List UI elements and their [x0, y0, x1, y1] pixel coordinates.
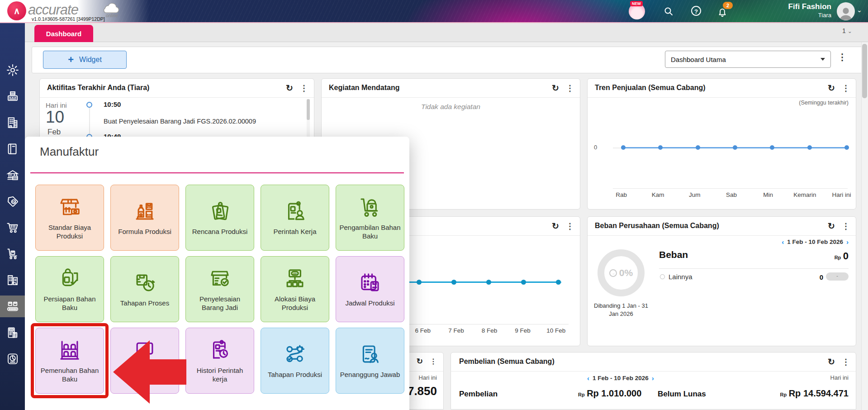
sidebar-item-cash-register[interactable]	[0, 85, 25, 108]
tile-pemenuhan-bahan-baku[interactable]: Pemenuhan Bahan Baku	[35, 328, 104, 394]
refresh-icon[interactable]: ↻	[552, 221, 559, 231]
accurate-logo-icon[interactable]: ∧	[7, 1, 26, 20]
refresh-icon[interactable]: ↻	[552, 83, 559, 93]
kebab-icon[interactable]: ⋮	[566, 83, 574, 93]
finished-goods-check-icon	[208, 267, 232, 291]
add-widget-button[interactable]: + Widget	[43, 51, 127, 69]
legend-row[interactable]: Lainnya	[660, 273, 693, 281]
pembelian-row-label: Pembelian	[459, 390, 498, 399]
x-axis-line	[613, 188, 848, 189]
sidebar-item-manufacturing[interactable]	[0, 295, 25, 318]
sidebar-item-assets[interactable]	[0, 268, 25, 292]
kebab-icon[interactable]: ⋮	[566, 221, 574, 231]
search-icon[interactable]	[663, 6, 674, 17]
tile-jadwal-produksi[interactable]: Jadwal Produksi	[336, 256, 404, 322]
work-order-person-icon	[283, 199, 307, 224]
select-chevron-icon	[821, 58, 825, 61]
sidebar-item-sales-price[interactable]	[0, 190, 25, 213]
manufacturing-conveyor-icon	[6, 300, 19, 313]
amount-value: Rp 1.010.000	[587, 388, 641, 398]
tile-persiapan-bahan-baku[interactable]: Persiapan Bahan Baku	[35, 256, 104, 322]
tile-label: Pemenuhan Bahan Baku	[38, 367, 101, 384]
chevron-right-icon[interactable]: ›	[846, 238, 849, 246]
kebab-icon[interactable]: ⋮	[842, 83, 850, 93]
bank-icon	[6, 168, 19, 182]
kebab-icon[interactable]: ⋮	[842, 221, 850, 231]
sidebar-item-settings[interactable]	[0, 58, 25, 82]
donut-arrow-icon: →	[609, 269, 617, 277]
tile-tahapan-proses[interactable]: Tahapan Proses	[110, 256, 179, 322]
top-header: ∧ accurate online v1.0.1#3605-587261 [34…	[0, 0, 868, 23]
sidebar-item-inventory[interactable]	[0, 242, 25, 266]
dashboard-options-kebab-icon[interactable]: ⋮	[838, 52, 847, 62]
dashboard-select-value: Dashboard Utama	[671, 56, 726, 63]
kebab-icon[interactable]: ⋮	[300, 83, 308, 93]
new-badge: NEW	[630, 1, 643, 6]
data-point	[556, 280, 561, 285]
refresh-icon[interactable]: ↻	[417, 357, 423, 366]
cash-register-icon	[6, 90, 19, 103]
chevron-left-icon[interactable]: ‹	[782, 238, 784, 246]
tile-formula-produksi[interactable]: Formula Produksi	[110, 185, 179, 251]
cost-allocation-icon	[283, 267, 307, 291]
refresh-icon[interactable]: ↻	[286, 83, 293, 93]
notification-badge[interactable]: 2	[723, 2, 733, 9]
timeline-dot	[86, 102, 92, 108]
tile-label: Histori Perintah kerja	[189, 367, 251, 384]
y-axis-tick: 0	[594, 144, 597, 151]
tile-rencana-produksi[interactable]: Rencana Produksi	[185, 185, 254, 251]
tile-alokasi-biaya-produksi[interactable]: Alokasi Biaya Produksi	[261, 256, 329, 322]
tile-histori-perintah-kerja[interactable]: Histori Perintah kerja	[185, 328, 254, 394]
tab-pager[interactable]: 1⌄	[842, 27, 852, 34]
package-cost-icon	[57, 195, 82, 219]
card-title: Tren Penjualan (Semua Cabang)	[595, 84, 706, 92]
activity-event-text[interactable]: Buat Penyelesaian Barang Jadi FGS.2026.0…	[104, 118, 307, 125]
sidebar-item-company[interactable]	[0, 111, 25, 134]
refresh-icon[interactable]: ↻	[828, 357, 835, 367]
partial-value: 7.850	[408, 384, 437, 398]
sidebar-item-tax[interactable]	[0, 321, 25, 344]
tile-label: Rencana Produksi	[192, 228, 248, 236]
tile-standar-biaya-produksi[interactable]: Standar Biaya Produksi	[35, 185, 104, 251]
popup-title-divider	[30, 172, 404, 173]
card-scrollbar-thumb[interactable]	[307, 99, 310, 120]
currency-label: Rp	[780, 392, 787, 397]
page-scrollbar-thumb[interactable]	[862, 44, 867, 98]
tile-penanggung-jawab[interactable]: Penanggung Jawab	[336, 328, 404, 394]
period-nav: ‹ 1 Feb - 10 Feb 2026 ›	[782, 238, 849, 246]
journal-book-icon	[6, 142, 19, 156]
sidebar-item-purchases[interactable]	[0, 216, 25, 239]
formula-shelf-icon	[133, 199, 157, 224]
kebab-icon[interactable]: ⋮	[430, 357, 437, 366]
tile-pengambilan-bahan-baku[interactable]: Pengambilan Bahan Baku	[336, 185, 404, 251]
tile-label: Perintah Kerja	[273, 228, 316, 236]
activity-event-time: 10:50	[104, 100, 121, 108]
calendar-icon	[358, 271, 382, 295]
chevron-left-icon[interactable]: ‹	[587, 374, 589, 382]
tile-label: Penanggung Jawab	[340, 371, 400, 379]
chevron-right-icon[interactable]: ›	[652, 374, 654, 382]
material-prep-check-icon	[57, 267, 82, 291]
period-nav: ‹ 1 Feb - 10 Feb 2026 ›	[587, 374, 654, 382]
tile-perintah-kerja[interactable]: Perintah Kerja	[261, 185, 329, 251]
tile-label: Pengambilan Bahan Baku	[339, 224, 401, 241]
tab-dashboard[interactable]: Dashboard	[34, 25, 93, 42]
x-axis-labels: RabKamJumSabMinKemarinHari ini	[603, 191, 860, 198]
tile-label: Standar Biaya Produksi	[38, 224, 101, 241]
sidebar-item-reports[interactable]	[0, 347, 25, 371]
dashboard-select[interactable]: Dashboard Utama	[665, 51, 831, 68]
tile-tahapan-produksi[interactable]: Tahapan Produksi	[261, 328, 329, 394]
user-branch: Tiara	[751, 12, 831, 19]
user-menu-chevron-icon[interactable]: ⌄	[857, 6, 862, 14]
kebab-icon[interactable]: ⋮	[842, 357, 850, 367]
sidebar-item-bank[interactable]	[0, 163, 25, 187]
refresh-icon[interactable]: ↻	[828, 221, 835, 231]
help-icon[interactable]: ?	[691, 6, 701, 16]
sidebar-item-journal[interactable]	[0, 137, 25, 161]
refresh-icon[interactable]: ↻	[828, 83, 835, 93]
compare-text: Dibanding 1 Jan - 31 Jan 2026	[594, 302, 648, 318]
user-avatar[interactable]	[837, 2, 855, 20]
settings-gear-icon	[6, 63, 19, 77]
card-title-divider	[588, 235, 856, 236]
tile-penyelesaian-barang-jadi[interactable]: Penyelesaian Barang Jadi	[185, 256, 254, 322]
